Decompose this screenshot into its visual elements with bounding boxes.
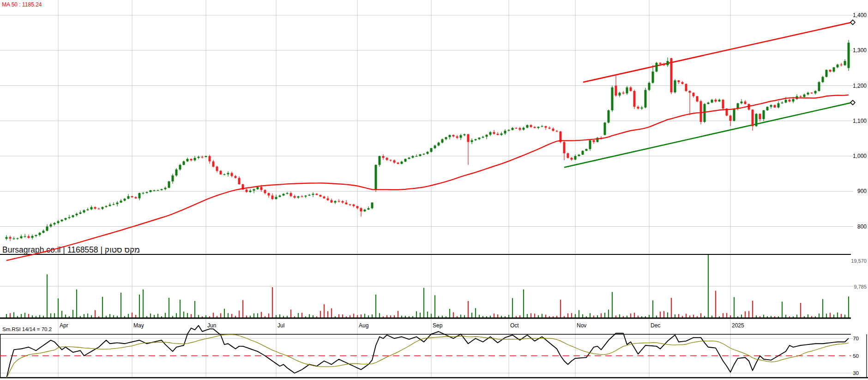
volume-bar: [13, 312, 14, 318]
candle-body: [294, 196, 296, 198]
candle-body: [789, 100, 791, 102]
volume-bar: [368, 315, 369, 318]
candle-body: [338, 201, 340, 201]
candle-body: [781, 103, 784, 103]
candle-body: [803, 95, 806, 97]
volume-bar: [43, 316, 44, 318]
candle-body: [504, 131, 506, 133]
candle-body: [6, 237, 8, 239]
upper-channel-trendline: [583, 22, 852, 82]
candle-body: [209, 156, 211, 161]
volume-bar: [401, 316, 402, 318]
candle-body: [116, 203, 119, 204]
volume-bar: [604, 313, 605, 318]
candle-body: [142, 193, 145, 193]
candle-body: [681, 82, 684, 84]
volume-bar: [283, 316, 284, 318]
month-tick-label: Jun: [207, 322, 216, 329]
candle-body: [175, 169, 178, 175]
candle-body: [150, 190, 152, 192]
candle-body: [194, 158, 196, 160]
candle-body: [353, 205, 355, 206]
candle-body: [345, 203, 348, 205]
volume-bar: [619, 314, 620, 318]
candle-body: [393, 160, 396, 163]
bursagraph-chart: Bursagraph.co.il | 1168558 | מקס סטוק 1,…: [0, 0, 868, 380]
price-volume-rsi-plot[interactable]: Bursagraph.co.il | 1168558 | מקס סטוק 1,…: [0, 0, 868, 380]
volume-bar: [612, 292, 613, 318]
volume-bar: [808, 314, 808, 318]
volume-bar: [556, 316, 557, 318]
volume-bar: [475, 308, 476, 318]
price-tick-label: 1,200: [853, 83, 867, 89]
candle-body: [94, 207, 96, 209]
volume-bar: [257, 313, 258, 318]
volume-bar: [763, 315, 764, 318]
candle-body: [386, 158, 388, 160]
candle-body: [205, 156, 207, 157]
candle-body: [659, 63, 662, 64]
volume-bar: [242, 300, 243, 318]
volume-bar: [394, 315, 395, 318]
month-tick-label: Nov: [577, 322, 586, 329]
volume-bar: [726, 313, 727, 318]
volume-bar: [519, 315, 520, 318]
volume-bar: [113, 315, 114, 318]
volume-bar: [796, 315, 797, 318]
volume-bar: [327, 311, 328, 318]
candle-body: [608, 110, 610, 123]
volume-bar: [187, 313, 188, 318]
candle-body: [652, 72, 654, 83]
volume-bar: [272, 287, 273, 318]
ma50-line: [6, 95, 849, 261]
candle-body: [190, 159, 193, 160]
volume-bar: [442, 316, 443, 318]
candle-body: [342, 201, 344, 203]
candle-body: [275, 197, 277, 199]
candle-body: [131, 196, 133, 197]
candle-body: [257, 187, 259, 189]
candle-body: [482, 137, 484, 138]
candle-body: [826, 70, 828, 77]
candle-body: [552, 129, 555, 131]
volume-bar: [663, 311, 664, 318]
candle-body: [770, 105, 772, 107]
candle-body: [467, 134, 470, 142]
candle-body: [349, 205, 351, 205]
volume-bar: [228, 313, 229, 318]
volume-bar: [734, 297, 735, 318]
candle-body: [316, 194, 318, 195]
volume-bar: [135, 315, 136, 318]
candle-body: [785, 100, 787, 103]
candle-body: [183, 161, 185, 165]
volume-bar: [730, 315, 731, 318]
volume-bar: [667, 313, 668, 318]
candle-body: [153, 190, 156, 191]
volume-bar: [313, 315, 313, 318]
candle-body: [718, 100, 721, 102]
candle-body: [327, 199, 329, 200]
rsi-panel-label: Sm.RSI 14/14 = 70.2: [2, 326, 52, 332]
candle-body: [290, 193, 292, 196]
candle-body: [626, 87, 628, 93]
candle-body: [471, 140, 473, 142]
volume-bar: [386, 315, 387, 318]
price-tick-label: 1,000: [853, 153, 867, 159]
candle-body: [416, 156, 418, 157]
candle-body: [489, 132, 492, 135]
volume-bar: [183, 312, 184, 318]
candle-body: [164, 188, 167, 189]
candle-body: [637, 107, 639, 109]
volume-bar: [350, 315, 350, 318]
volume-bar: [405, 316, 406, 318]
candle-body: [260, 187, 263, 190]
volume-bar: [357, 315, 358, 318]
volume-bar: [157, 314, 158, 318]
volume-bar: [844, 315, 845, 318]
volume-bar: [338, 314, 339, 318]
candle-body: [693, 93, 695, 97]
candle-body: [833, 67, 835, 72]
candle-body: [519, 128, 521, 129]
candle-body: [120, 201, 122, 203]
candle-body: [556, 131, 558, 131]
